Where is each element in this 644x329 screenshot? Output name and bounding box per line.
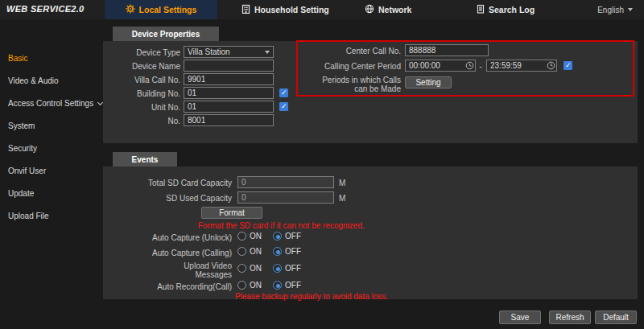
villa-call-no-input[interactable] xyxy=(184,73,274,85)
radio-on[interactable] xyxy=(237,247,246,256)
setting-button[interactable]: Setting xyxy=(405,76,452,88)
sidebar-item-security[interactable]: Security xyxy=(0,138,103,159)
sidebar-item-onvif-user[interactable]: Onvif User xyxy=(0,161,103,182)
unit-no-checkbox[interactable] xyxy=(279,102,288,111)
sidebar-item-upload-file[interactable]: Upload File xyxy=(0,206,103,227)
chevron-down-icon xyxy=(265,51,270,54)
format-button[interactable]: Format xyxy=(201,207,262,219)
language-selector[interactable]: English xyxy=(597,0,633,19)
no-label: No. xyxy=(103,117,180,125)
tab-search-log[interactable]: Search Log xyxy=(469,0,543,19)
center-call-no-label: Center Call No. xyxy=(312,47,401,56)
globe-icon xyxy=(365,4,374,15)
events-tab[interactable]: Events xyxy=(113,152,177,167)
backup-warning-text: Please backup regularly to avoid data lo… xyxy=(235,292,388,301)
total-sd-capacity-label: Total SD Card Capacity xyxy=(113,179,232,187)
auto-capture-unlock-toggle: ON OFF xyxy=(237,232,301,241)
calling-center-period-label: Calling Center Period xyxy=(312,62,401,71)
top-bar: WEB SERVICE2.0 Local Settings xyxy=(0,0,644,19)
auto-capture-unlock-label: Auto Capture (Unlock) xyxy=(113,233,232,242)
periods-calls-label: Periods in which Calls can be Made xyxy=(314,76,401,93)
clock-icon[interactable] xyxy=(465,61,474,72)
unit-no-input[interactable] xyxy=(184,101,274,113)
period-start-field xyxy=(405,60,476,72)
sd-used-unit: M xyxy=(339,194,349,203)
unit-no-label: Unit No. xyxy=(103,103,180,112)
tab-label: Local Settings xyxy=(139,5,197,14)
period-end-field xyxy=(486,60,557,72)
period-separator: - xyxy=(478,62,483,71)
device-properties-tab[interactable]: Device Properties xyxy=(113,27,219,41)
sd-used-capacity-input xyxy=(237,191,334,204)
center-call-no-input[interactable] xyxy=(405,44,489,56)
device-type-label: Device Type xyxy=(103,48,180,57)
sd-used-capacity-label: SD Used Capacity xyxy=(113,194,232,203)
upload-video-messages-toggle: ON OFF xyxy=(237,264,301,273)
radio-on[interactable] xyxy=(237,264,246,273)
radio-off[interactable] xyxy=(273,281,282,290)
radio-off[interactable] xyxy=(273,247,282,256)
sidebar-item-video-audio[interactable]: Video & Audio xyxy=(0,71,103,92)
radio-on[interactable] xyxy=(237,281,246,290)
upload-video-messages-label: Upload Video Messages xyxy=(167,261,232,279)
auto-capture-calling-label: Auto Capture (Calling) xyxy=(113,249,232,257)
villa-call-no-label: Villa Call No. xyxy=(103,76,180,84)
sidebar-item-access-control-settings[interactable]: Access Control Settings xyxy=(0,93,103,114)
tab-household-setting[interactable]: Household Setting xyxy=(233,0,337,19)
total-sd-capacity-input xyxy=(237,176,334,188)
radio-off[interactable] xyxy=(273,264,282,273)
sidebar-item-basic[interactable]: Basic xyxy=(0,48,103,69)
building-no-input[interactable] xyxy=(184,87,274,99)
language-label: English xyxy=(597,6,624,14)
calling-center-period-checkbox[interactable] xyxy=(564,61,572,70)
auto-recording-call-toggle: ON OFF xyxy=(237,281,301,290)
sidebar-item-update[interactable]: Update xyxy=(0,183,103,204)
device-name-label: Device Name xyxy=(103,62,180,71)
no-input[interactable] xyxy=(184,114,274,126)
clock-icon[interactable] xyxy=(547,61,555,72)
auto-capture-calling-toggle: ON OFF xyxy=(237,247,301,256)
device-type-select[interactable]: Villa Station xyxy=(184,46,274,58)
tab-network[interactable]: Network xyxy=(357,0,419,19)
chevron-down-icon xyxy=(628,8,633,11)
device-name-input[interactable] xyxy=(184,60,274,72)
sidebar-item-system[interactable]: System xyxy=(0,116,103,137)
building-no-label: Building No. xyxy=(103,89,180,98)
log-document-icon xyxy=(477,4,485,15)
default-button[interactable]: Default xyxy=(595,310,637,324)
auto-recording-call-label: Auto Recording(Call) xyxy=(113,282,232,291)
building-no-checkbox[interactable] xyxy=(279,88,288,97)
tab-label: Network xyxy=(378,5,411,14)
tab-label: Search Log xyxy=(489,5,535,14)
save-button[interactable]: Save xyxy=(499,310,541,324)
format-warning-text: Format the SD card if it can not be reco… xyxy=(198,221,365,230)
tab-local-settings[interactable]: Local Settings xyxy=(105,0,217,19)
radio-on[interactable] xyxy=(237,232,246,241)
gear-icon xyxy=(126,4,135,15)
tab-label: Household Setting xyxy=(254,5,329,14)
app-logo: WEB SERVICE2.0 xyxy=(6,4,85,14)
refresh-button[interactable]: Refresh xyxy=(549,310,591,324)
radio-off[interactable] xyxy=(273,232,282,241)
total-sd-unit: M xyxy=(339,179,349,187)
building-icon xyxy=(242,4,250,15)
